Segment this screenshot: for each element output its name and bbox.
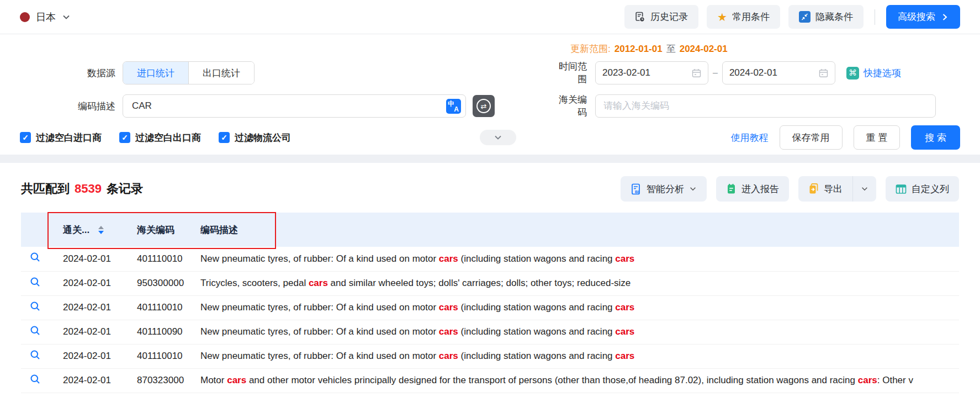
update-range-to: 2024-02-01 xyxy=(680,44,728,55)
history-button-label: 历史记录 xyxy=(650,10,688,23)
results-count: 8539 xyxy=(75,182,102,196)
date-to-input[interactable]: 2024-02-01 xyxy=(722,61,835,84)
data-source-tabs: 进口统计 出口统计 xyxy=(123,61,255,84)
topbar: 日本 历史记录 ★ 常用条件 隐藏条件 xyxy=(0,0,980,34)
swap-icon: ⇄ xyxy=(476,99,491,113)
history-icon xyxy=(635,12,645,23)
code-desc-input[interactable] xyxy=(131,100,446,112)
results-panel: 共匹配到 8539 条记录 BI 智能分析 xyxy=(0,163,980,393)
update-range-row: 更新范围: 2012-01-01 至 2024-02-01 xyxy=(550,36,960,56)
bi-analysis-icon: BI xyxy=(631,183,642,195)
row-desc: New pneumatic tyres, of rubber: Of a kin… xyxy=(194,295,959,320)
svg-text:BI: BI xyxy=(635,189,639,193)
header-clearance-date[interactable]: 通关... xyxy=(50,213,124,247)
export-button-group: 导出 xyxy=(798,176,876,202)
search-icon[interactable] xyxy=(30,277,41,288)
row-date: 2024-02-01 xyxy=(50,368,124,393)
checkbox-filter-blank-importer[interactable]: ✓ 过滤空白进口商 xyxy=(20,131,102,144)
update-range-from: 2012-01-01 xyxy=(615,44,663,55)
advanced-search-label: 高级搜索 xyxy=(898,10,935,23)
row-date: 2024-02-01 xyxy=(50,295,124,320)
smart-analysis-button[interactable]: BI 智能分析 xyxy=(621,176,707,202)
row-desc: New pneumatic tyres, of rubber: Of a kin… xyxy=(194,344,959,368)
results-table-wrap: 通关... 海关编码 编码描述 2024-02-01 40 xyxy=(21,213,959,393)
search-icon[interactable] xyxy=(30,301,41,312)
export-button[interactable]: 导出 xyxy=(798,176,852,202)
japan-flag-icon xyxy=(20,12,30,22)
time-range-label: 时间范围 xyxy=(550,60,587,86)
search-icon[interactable] xyxy=(30,325,41,336)
search-icon[interactable] xyxy=(30,350,41,361)
table-row[interactable]: 2024-02-01 401110010 New pneumatic tyres… xyxy=(21,295,959,320)
sort-icon[interactable] xyxy=(98,226,104,234)
calendar-icon xyxy=(692,68,701,78)
country-selector[interactable]: 日本 xyxy=(20,10,71,24)
results-table: 通关... 海关编码 编码描述 2024-02-01 40 xyxy=(21,213,959,393)
row-code: 401110010 xyxy=(124,247,194,271)
date-range-separator: – xyxy=(713,68,718,78)
checkbox-filter-blank-exporter[interactable]: ✓ 过滤空白出口商 xyxy=(119,131,201,144)
table-header-row: 通关... 海关编码 编码描述 xyxy=(21,213,959,247)
translate-icon[interactable]: 中 A xyxy=(446,99,461,114)
row-code: 870323000 xyxy=(124,368,194,393)
header-hs-code[interactable]: 海关编码 xyxy=(124,213,194,247)
date-from-input[interactable]: 2023-02-01 xyxy=(595,61,708,84)
table-row[interactable]: 2024-02-01 401110010 New pneumatic tyres… xyxy=(21,344,959,368)
sort-asc-icon xyxy=(98,226,104,229)
search-icon[interactable] xyxy=(30,374,41,385)
update-range: 更新范围: 2012-01-01 至 2024-02-01 xyxy=(550,43,728,56)
hs-code-row: 海关编码 xyxy=(550,89,960,123)
quick-options-link[interactable]: ⌘ 快捷选项 xyxy=(846,67,901,80)
quick-options-label: 快捷选项 xyxy=(864,67,901,80)
history-button[interactable]: 历史记录 xyxy=(624,5,698,29)
row-date: 2024-02-01 xyxy=(50,344,124,368)
row-desc: New pneumatic tyres, of rubber: Of a kin… xyxy=(194,247,959,271)
update-range-label: 更新范围: xyxy=(570,43,611,55)
row-desc: New pneumatic tyres, of rubber: Of a kin… xyxy=(194,320,959,344)
tutorial-link[interactable]: 使用教程 xyxy=(731,131,769,144)
tab-import-stats[interactable]: 进口统计 xyxy=(123,62,188,84)
row-date: 2024-02-01 xyxy=(50,247,124,271)
divider xyxy=(875,9,875,25)
topbar-actions: 历史记录 ★ 常用条件 隐藏条件 高级搜索 xyxy=(624,5,960,29)
save-favorite-button[interactable]: 保存常用 xyxy=(780,125,843,150)
favorites-button[interactable]: ★ 常用条件 xyxy=(707,5,780,29)
advanced-search-button[interactable]: 高级搜索 xyxy=(886,5,960,29)
chevron-down-icon xyxy=(494,133,502,142)
search-icon[interactable] xyxy=(30,252,41,263)
chevron-right-icon xyxy=(941,13,949,21)
table-row[interactable]: 2024-02-01 950300000 Tricycles, scooters… xyxy=(21,271,959,295)
star-icon: ★ xyxy=(717,12,727,23)
search-button[interactable]: 搜 索 xyxy=(911,125,960,150)
table-row[interactable]: 2024-02-01 401110090 New pneumatic tyres… xyxy=(21,320,959,344)
summary-suffix: 条记录 xyxy=(107,181,143,197)
expand-collapse-pill[interactable] xyxy=(480,130,516,145)
tab-export-stats[interactable]: 出口统计 xyxy=(188,62,254,84)
columns-icon xyxy=(896,184,907,194)
left-spacer-row xyxy=(20,36,550,56)
table-row[interactable]: 2024-02-01 401110010 New pneumatic tyres… xyxy=(21,247,959,271)
results-header: 共匹配到 8539 条记录 BI 智能分析 xyxy=(21,176,959,202)
section-separator xyxy=(0,155,980,163)
row-desc: Tricycles, scooters, pedal cars and simi… xyxy=(194,271,959,295)
export-dropdown-button[interactable] xyxy=(852,176,876,202)
hide-conditions-button-label: 隐藏条件 xyxy=(815,10,853,23)
hide-conditions-button[interactable]: 隐藏条件 xyxy=(788,5,864,29)
collapse-icon xyxy=(799,11,811,23)
checkbox-check-icon: ✓ xyxy=(119,132,130,143)
swap-button[interactable]: ⇄ xyxy=(473,95,495,117)
update-range-to-word: 至 xyxy=(666,43,676,55)
date-to-value: 2024-02-01 xyxy=(729,67,777,78)
command-icon: ⌘ xyxy=(846,67,859,80)
hs-code-input[interactable] xyxy=(595,94,936,118)
checkbox-filter-logistics[interactable]: ✓ 过滤物流公司 xyxy=(219,131,291,144)
row-code: 950300000 xyxy=(124,271,194,295)
enter-report-button[interactable]: 进入报告 xyxy=(716,176,789,202)
report-icon xyxy=(726,183,737,194)
time-range-row: 时间范围 2023-02-01 – 2024-02-01 xyxy=(550,56,960,89)
reset-button[interactable]: 重 置 xyxy=(854,125,900,150)
row-code: 401110010 xyxy=(124,344,194,368)
table-row[interactable]: 2024-02-01 870323000 Motor cars and othe… xyxy=(21,368,959,393)
header-code-desc[interactable]: 编码描述 xyxy=(194,213,959,247)
custom-columns-button[interactable]: 自定义列 xyxy=(886,176,959,202)
